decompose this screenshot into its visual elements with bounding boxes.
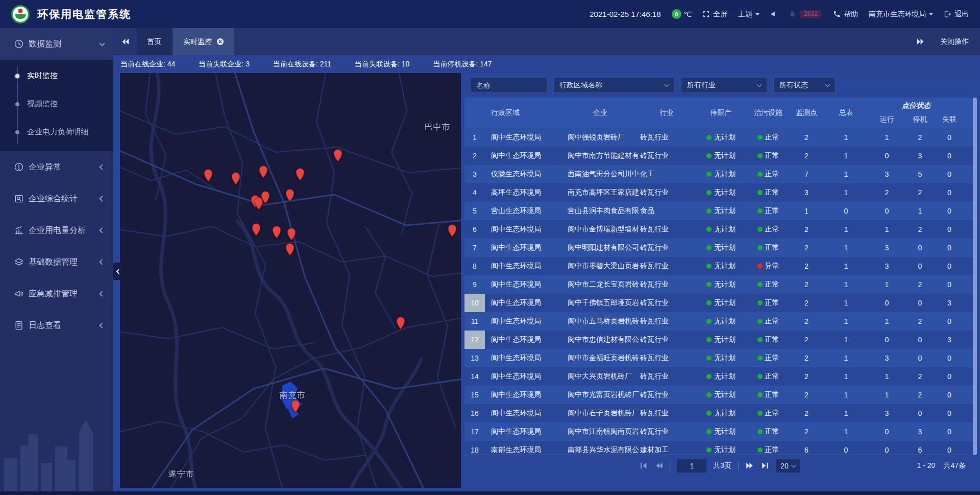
filter-select-region[interactable]: 行政区域名称 bbox=[553, 78, 675, 93]
table-scrollbar[interactable] bbox=[973, 98, 977, 455]
app-header: 环保用电监管系统 2021-02-25 17:46:18 0 ℃ 全屏 主题 2… bbox=[0, 0, 980, 28]
filter-select-value: 所有状态 bbox=[779, 81, 808, 90]
cell-lost: 0 bbox=[934, 275, 965, 294]
cell-run: 0 bbox=[868, 331, 906, 349]
notifications-button[interactable]: 2632 bbox=[789, 10, 822, 18]
sidebar-item-power-analysis[interactable]: 企业用电量分析 bbox=[0, 215, 113, 246]
cell-industry: 砖瓦行业 bbox=[639, 147, 694, 165]
filter-select-status[interactable]: 所有状态 bbox=[773, 78, 836, 93]
map-pin[interactable] bbox=[285, 243, 295, 256]
next-page-button[interactable] bbox=[745, 461, 754, 470]
sidebar-item-base-data[interactable]: 基础数据管理 bbox=[0, 246, 113, 278]
tabs-scroll-right-button[interactable] bbox=[916, 38, 925, 45]
last-page-button[interactable] bbox=[761, 461, 769, 470]
total-pages-label: 共3页 bbox=[713, 461, 731, 470]
tab-home[interactable]: 首页 bbox=[137, 28, 172, 55]
chevron-left-icon bbox=[99, 164, 105, 170]
filter-select-industry[interactable]: 所有行业 bbox=[681, 78, 767, 93]
total-count-label: 共47条 bbox=[943, 461, 966, 470]
table-row[interactable]: 16阆中生态环境局阆中市石子页岩机砖厂砖瓦行业无计划正常21300 bbox=[464, 404, 975, 422]
map-panel[interactable]: 巴中市南充市遂宁市 bbox=[120, 73, 461, 488]
prev-page-button[interactable] bbox=[654, 461, 663, 470]
datetime-label: 2021-02-25 17:46:18 bbox=[590, 10, 660, 18]
header-run: 运行 bbox=[868, 111, 906, 128]
help-button[interactable]: 帮助 bbox=[833, 10, 858, 19]
map-pin[interactable] bbox=[272, 226, 281, 239]
cell-meters: 0 bbox=[824, 202, 868, 220]
status-dot bbox=[706, 153, 712, 158]
cell-lost: 3 bbox=[934, 331, 965, 349]
map-pin[interactable] bbox=[448, 224, 457, 237]
sidebar-item-enterprise-stats[interactable]: 企业综合统计 bbox=[0, 183, 113, 215]
cell-points: 2 bbox=[789, 422, 824, 441]
cell-run: 0 bbox=[868, 147, 906, 165]
table-row[interactable]: 17阆中生态环境局阆中市江南镇阆南页岩砖瓦行业无计划正常21030 bbox=[464, 422, 975, 441]
table-row[interactable]: 2阆中生态环境局阆中市南方节能建材有砖瓦行业无计划正常21030 bbox=[464, 147, 975, 165]
name-filter-input[interactable] bbox=[471, 78, 547, 93]
table-row[interactable]: 15阆中生态环境局阆中市光富页岩机砖厂砖瓦行业无计划正常21120 bbox=[464, 386, 975, 404]
tab-realtime-monitor[interactable]: 实时监控 bbox=[173, 28, 234, 55]
sidebar-subitem-realtime-monitor[interactable]: 实时监控 bbox=[0, 62, 113, 90]
table-row[interactable]: 4高坪生态环境局南充市高坪区王家店建砖瓦行业无计划正常31220 bbox=[464, 183, 975, 202]
status-dot bbox=[757, 300, 763, 305]
sound-button[interactable] bbox=[770, 10, 778, 18]
table-row[interactable]: 6阆中生态环境局阆中市金博瑞新型墙材砖瓦行业无计划正常21120 bbox=[464, 220, 975, 239]
fullscreen-button[interactable]: 全屏 bbox=[702, 10, 727, 19]
chevron-left-icon bbox=[99, 259, 105, 265]
close-operations-button[interactable]: 关闭操作 bbox=[940, 37, 969, 46]
tabs-scroll-left-button[interactable] bbox=[113, 28, 137, 55]
cell-lost: 0 bbox=[934, 367, 965, 386]
panel-collapse-button[interactable] bbox=[113, 263, 122, 280]
tab-close-icon[interactable] bbox=[216, 38, 224, 45]
table-row[interactable]: 5营山生态环境局营山县润丰肉食品有限食品无计划正常10010 bbox=[464, 202, 975, 220]
map-pin[interactable] bbox=[296, 168, 305, 181]
map-pin[interactable] bbox=[287, 228, 296, 241]
sidebar-item-label: 企业综合统计 bbox=[29, 194, 78, 204]
sidebar-subitem-power-load-detail[interactable]: 企业电力负荷明细 bbox=[0, 118, 113, 146]
map-pin[interactable] bbox=[231, 172, 240, 185]
sidebar-item-emergency-reduction[interactable]: 应急减排管理 bbox=[0, 278, 113, 310]
table-row[interactable]: 11阆中生态环境局阆中市五马桥页岩机砖砖瓦行业无计划正常21120 bbox=[464, 312, 975, 331]
status-text: 正常 bbox=[765, 317, 779, 326]
chevron-left-icon bbox=[99, 322, 105, 328]
table-row[interactable]: 9阆中生态环境局阆中市二龙长宝页岩砖砖瓦行业无计划正常21120 bbox=[464, 275, 975, 294]
logout-button[interactable]: 退出 bbox=[944, 10, 969, 19]
page-input[interactable] bbox=[677, 459, 706, 473]
table-row[interactable]: 10阆中生态环境局阆中千佛镇五郎垭页岩砖瓦行业无计划正常21003 bbox=[464, 294, 975, 312]
org-menu[interactable]: 南充市生态环境局 bbox=[869, 10, 933, 19]
cell-industry: 食品 bbox=[639, 202, 694, 220]
table-row[interactable]: 14阆中生态环境局阆中大兴页岩机砖厂砖瓦行业无计划正常21120 bbox=[464, 367, 975, 386]
tab-bar: 首页实时监控 关闭操作 bbox=[113, 28, 980, 55]
map-pin[interactable] bbox=[261, 191, 270, 204]
table-row[interactable]: 3仪陇生态环境局西南油气田分公司川中化工无计划正常71350 bbox=[464, 165, 975, 183]
page-size-select[interactable]: 20 bbox=[776, 459, 800, 473]
cell-region: 阆中生态环境局 bbox=[485, 239, 561, 257]
theme-menu[interactable]: 主题 bbox=[738, 10, 760, 19]
table-row[interactable]: 12阆中生态环境局阆中市忠信建材有限公砖瓦行业无计划正常21003 bbox=[464, 331, 975, 349]
map-pin[interactable] bbox=[291, 400, 300, 413]
map-pin[interactable] bbox=[259, 166, 268, 178]
cell-points: 2 bbox=[789, 404, 824, 422]
header-limit: 停限产 bbox=[694, 98, 748, 128]
table-row[interactable]: 8阆中生态环境局阆中市枣碧大梁山页岩砖瓦行业无计划异常21300 bbox=[464, 257, 975, 275]
map-pin[interactable] bbox=[204, 169, 213, 182]
cell-limit-status: 无计划 bbox=[694, 404, 748, 422]
map-pin[interactable] bbox=[252, 223, 261, 236]
map-pin[interactable] bbox=[333, 149, 342, 162]
sidebar-item-data-monitoring[interactable]: 数据监测 bbox=[0, 28, 113, 60]
cell-stop: 2 bbox=[906, 367, 934, 386]
sidebar-subitem-video-monitor[interactable]: 视频监控 bbox=[0, 90, 113, 118]
table-row[interactable]: 1阆中生态环境局阆中强锐页岩砖厂砖瓦行业无计划正常21120 bbox=[464, 128, 975, 147]
map-pin[interactable] bbox=[285, 189, 295, 202]
first-page-button[interactable] bbox=[639, 461, 648, 470]
sidebar-item-enterprise-abnormal[interactable]: 企业异常 bbox=[0, 151, 113, 183]
table-row[interactable]: 18南部生态环境局南部县兴华水泥有限公建材加工无计划正常60060 bbox=[464, 441, 975, 455]
status-dot bbox=[757, 153, 763, 158]
sidebar-item-log-view[interactable]: 日志查看 bbox=[0, 310, 113, 341]
cell-company: 阆中市石子页岩机砖厂 bbox=[561, 404, 639, 422]
cell-meters: 1 bbox=[824, 275, 868, 294]
table-row[interactable]: 7阆中生态环境局阆中明阳建材有限公司砖瓦行业无计划正常21300 bbox=[464, 239, 975, 257]
status-text: 无计划 bbox=[714, 206, 736, 216]
table-row[interactable]: 13阆中生态环境局阆中市金福旺页岩机砖砖瓦行业无计划正常21300 bbox=[464, 349, 975, 367]
map-pin[interactable] bbox=[396, 317, 405, 329]
